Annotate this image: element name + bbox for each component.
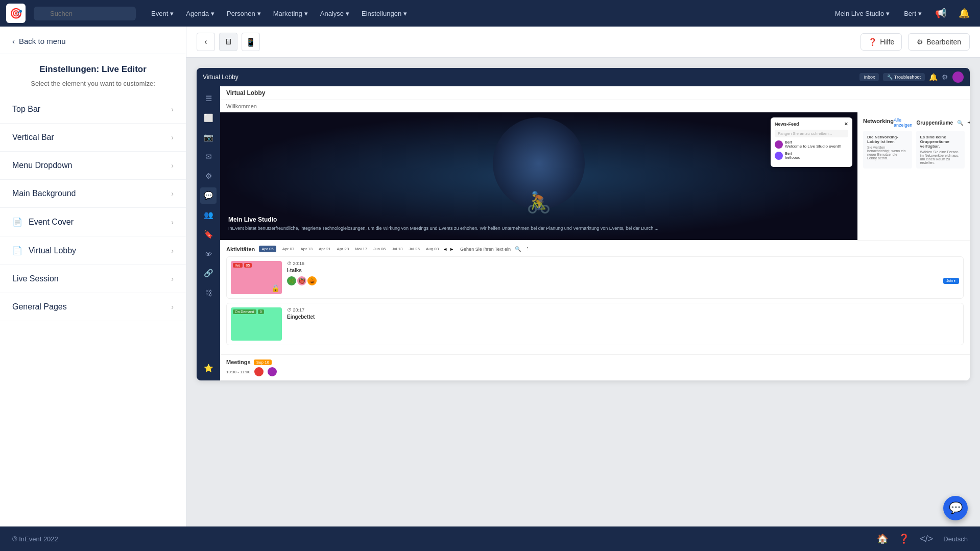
date-tab-mai17[interactable]: Mai 17 [353,246,369,252]
sidebar-item-live-session[interactable]: Live Session › [0,265,186,293]
frame-people-icon[interactable]: 👥 [200,207,217,223]
networking-title: Networking [863,118,894,124]
sidebar-item-main-background[interactable]: Main Background › [0,180,186,208]
msg2-name: Bert [785,152,800,155]
back-to-menu-button[interactable]: ‹ Back to menu [0,27,186,54]
code-icon[interactable]: </> [920,534,933,544]
frame-topbar: Virtual Lobby Inbox 🔧 Troubleshoot 🔔 ⚙ [197,68,970,86]
sidebar-item-event-cover[interactable]: 📄 Event Cover › [0,208,186,236]
meetings-date-badge[interactable]: Sep 16 [254,360,272,365]
chevron-right-icon: › [171,133,174,141]
date-tab-aug08[interactable]: Aug 08 [424,246,441,252]
nav-item-analyse[interactable]: Analyse ▾ [315,7,354,20]
date-tab-apr28[interactable]: Apr 28 [335,246,351,252]
frame-link-icon[interactable]: 🔗 [200,265,217,281]
bottom-right: 🏠 ❓ </> Deutsch [877,533,968,544]
content-area: ‹ Back to menu Einstellungen: Live Edito… [0,27,980,526]
nav-item-agenda[interactable]: Agenda ▾ [181,7,220,20]
search-wrapper: 🔍 [34,7,136,20]
sidebar-item-vertical-bar[interactable]: Vertical Bar › [0,124,186,152]
frame-layout-icon[interactable]: ⬜ [200,110,217,126]
join-btn[interactable]: Join ▸ [943,278,959,284]
date-tab-apr13[interactable]: Apr 13 [298,246,315,252]
scroll-right-icon[interactable]: ► [449,247,454,252]
megaphone-icon[interactable]: 📢 [931,6,950,21]
gear-icon: ⚙ [917,38,923,46]
lobby-label: Virtual Lobby [220,86,970,100]
copyright: ® InEvent 2022 [12,535,58,543]
add-icon[interactable]: + [967,119,970,126]
general-pages-label: General Pages [12,302,67,312]
home-icon[interactable]: 🏠 [877,533,888,544]
nav-item-marketing[interactable]: Marketing ▾ [268,7,313,20]
bell-icon[interactable]: 🔔 [954,6,974,21]
date-tab-jul26[interactable]: Jul 26 [407,246,422,252]
frame-bell-icon[interactable]: 🔔 [929,73,938,81]
frame-eye-icon[interactable]: 👁 [200,246,217,262]
scroll-left-icon[interactable]: ◄ [443,247,447,252]
newsfeed-search[interactable]: Fangen Sie an zu schreiben... [775,130,848,137]
frame-camera-icon[interactable]: 📷 [200,129,217,146]
preview-toolbar: ‹ 🖥 📱 ❓ Hilfe ⚙ Bearbeiten [186,27,980,58]
question-icon[interactable]: ❓ [898,533,910,544]
chevron-down-icon: ▾ [170,10,174,17]
search-input[interactable] [34,7,136,20]
filter-icon[interactable]: ⋮ [525,246,530,252]
sidebar-item-virtual-lobby[interactable]: 📄 Virtual Lobby › [0,236,186,265]
nav-item-event[interactable]: Event ▾ [146,7,179,20]
language-selector[interactable]: Deutsch [943,535,968,543]
vertical-bar-label: Vertical Bar [12,133,54,142]
frame-link2-icon[interactable]: ⛓ [200,284,217,301]
goto-text[interactable]: Gehen Sie Ihren Text ein [460,247,511,252]
help-button[interactable]: ❓ Hilfe [861,33,902,51]
edit-button[interactable]: ⚙ Bearbeiten [908,33,970,51]
nav-item-user[interactable]: Bert ▾ [899,7,927,20]
frame-star-icon[interactable]: ⭐ [200,360,217,376]
preview-content: Virtual Lobby Inbox 🔧 Troubleshoot 🔔 ⚙ ☰ [186,58,980,526]
newsfeed-message-1: Bert Welcome to Live Studio event!! [775,140,848,149]
date-tab-apr21[interactable]: Apr 21 [317,246,333,252]
nav-items: Event ▾ Agenda ▾ Personen ▾ Marketing ▾ … [146,7,412,20]
date-tab-apr07[interactable]: Apr 07 [280,246,297,252]
inbox-btn[interactable]: Inbox [859,73,879,81]
toolbar-right: ❓ Hilfe ⚙ Bearbeiten [861,33,970,51]
frame-settings-icon[interactable]: ⚙ [200,168,217,184]
frame-split: 🚴 Mein Live Studio InEvent bietet benutz… [220,112,970,240]
nav-item-personen[interactable]: Personen ▾ [222,7,266,20]
chat-bubble-button[interactable]: 💬 [943,496,968,520]
frame-menu-icon[interactable]: ☰ [200,90,217,107]
frame-mail-icon[interactable]: ✉ [200,149,217,165]
sidebar-item-general-pages[interactable]: General Pages › [0,293,186,321]
nav-right: Mein Live Studio ▾ Bert ▾ 📢 🔔 [830,6,974,21]
activity-avatars: 🌿 👹 🎃 [287,276,317,285]
search-icon[interactable]: 🔍 [957,120,963,126]
virtual-lobby-label: Virtual Lobby [29,246,76,255]
msg1-avatar [775,140,783,149]
msg1-text: Welcome to Live Studio event!! [785,144,841,149]
troubleshoot-btn[interactable]: 🔧 Troubleshoot [883,73,925,81]
frame-gear-icon[interactable]: ⚙ [942,73,948,81]
frame-chat-icon[interactable]: 💬 [200,187,217,204]
newsfeed-close-icon[interactable]: ✕ [844,122,848,127]
frame-vertical-bar: ☰ ⬜ 📷 ✉ ⚙ 💬 👥 🔖 👁 🔗 ⛓ ⭐ [197,86,220,380]
activity-time-1: ⏱ 20:16 [287,261,959,266]
nav-item-einstellungen[interactable]: Einstellungen ▾ [356,7,412,20]
nav-item-studio[interactable]: Mein Live Studio ▾ [830,7,895,20]
date-tabs: Apr 07 Apr 13 Apr 21 Apr 28 Mai 17 Jun 0… [280,246,454,252]
date-tab-jul13[interactable]: Jul 13 [390,246,404,252]
chevron-down-icon: ▾ [918,10,922,17]
date-tab-jun06[interactable]: Jun 06 [371,246,388,252]
activity-date-badge[interactable]: Apr 05 [259,246,276,252]
search-activities-icon[interactable]: 🔍 [515,246,521,252]
mobile-view-button[interactable]: 📱 [242,33,260,51]
frame-bookmark-icon[interactable]: 🔖 [200,226,217,243]
preview-frame: Virtual Lobby Inbox 🔧 Troubleshoot 🔔 ⚙ ☰ [197,68,970,380]
sidebar-item-top-bar[interactable]: Top Bar › [0,95,186,124]
chevron-right-icon: › [171,303,174,311]
activity-thumbnail-pink: live 05 🔒 [231,261,282,294]
back-button[interactable]: ‹ [197,33,215,51]
networking-link[interactable]: Alle anzeigen [894,117,913,128]
sidebar-item-menu-dropdown[interactable]: Menu Dropdown › [0,152,186,180]
chevron-down-icon: ▾ [346,10,349,17]
desktop-view-button[interactable]: 🖥 [219,33,237,51]
